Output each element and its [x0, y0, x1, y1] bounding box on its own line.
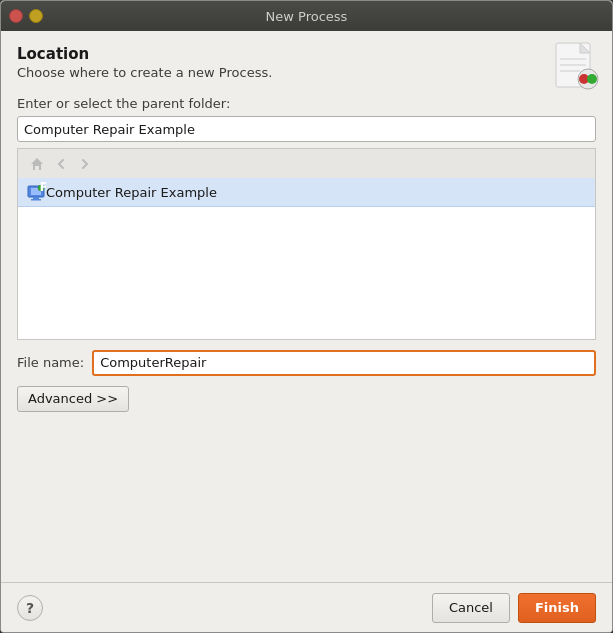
titlebar: New Process [1, 1, 612, 31]
svg-rect-10 [33, 197, 39, 199]
nav-toolbar [17, 148, 596, 178]
button-bar: ? Cancel Finish [1, 582, 612, 632]
cancel-button[interactable]: Cancel [432, 593, 510, 623]
filename-section: File name: [1, 340, 612, 382]
wizard-icon [550, 41, 602, 93]
header-section: Location Choose where to create a new Pr… [1, 31, 612, 86]
folder-section: Enter or select the parent folder: [1, 86, 612, 142]
help-button[interactable]: ? [17, 595, 43, 621]
svg-point-7 [587, 74, 597, 84]
forward-nav-button[interactable] [74, 153, 96, 175]
filename-input[interactable] [92, 350, 596, 376]
close-button[interactable] [9, 9, 23, 23]
dialog-title: New Process [49, 9, 564, 24]
advanced-section: Advanced >> [1, 382, 612, 422]
section-subtitle: Choose where to create a new Process. [17, 65, 542, 80]
new-process-dialog: New Process Location Choose where to cre… [0, 0, 613, 633]
finish-button[interactable]: Finish [518, 593, 596, 623]
process-icon: P [26, 182, 46, 202]
section-title: Location [17, 45, 542, 63]
tree-item-label: Computer Repair Example [46, 185, 217, 200]
home-nav-button[interactable] [26, 153, 48, 175]
tree-area: P Computer Repair Example [17, 178, 596, 340]
folder-label: Enter or select the parent folder: [17, 96, 596, 111]
back-nav-button[interactable] [50, 153, 72, 175]
minimize-button[interactable] [29, 9, 43, 23]
list-item[interactable]: P Computer Repair Example [18, 178, 595, 207]
svg-rect-11 [31, 199, 41, 201]
dialog-content: Location Choose where to create a new Pr… [1, 31, 612, 632]
folder-input[interactable] [17, 116, 596, 142]
spacer [1, 422, 612, 583]
filename-label: File name: [17, 355, 84, 370]
advanced-button[interactable]: Advanced >> [17, 386, 129, 412]
